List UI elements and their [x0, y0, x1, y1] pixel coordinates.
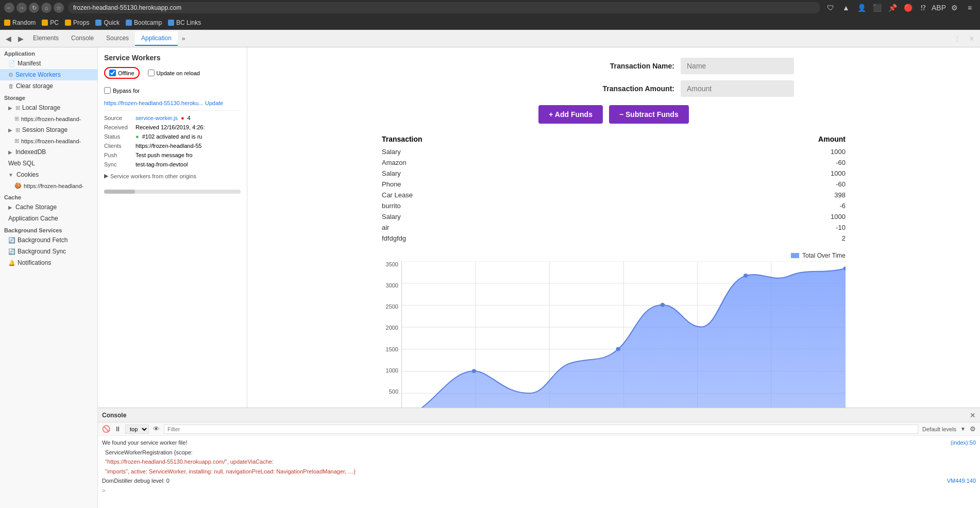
console-line-2: ServiceWorkerRegistration {scope:: [102, 448, 976, 458]
sidebar-item-manifest[interactable]: 📄 Manifest: [0, 58, 97, 69]
console-clear-icon[interactable]: 🚫: [102, 425, 110, 433]
update-on-reload-checkbox[interactable]: [148, 70, 155, 76]
console-line-5-text: DomDistiller debug level: 0: [102, 477, 170, 485]
bookmark-props[interactable]: Props: [65, 19, 89, 26]
offline-checkbox[interactable]: [109, 70, 116, 76]
chart-y-axis: 3500 3000 2500 2000 1500 1000 500 0: [382, 261, 401, 408]
tab-more[interactable]: »: [178, 32, 190, 45]
extension-icon-5[interactable]: ⁉: [917, 2, 930, 14]
devtools-nav-forward[interactable]: ▶: [14, 32, 27, 45]
sw-update-link[interactable]: Update: [205, 100, 223, 106]
bookmark-quick[interactable]: Quick: [95, 19, 120, 26]
transaction-name-cell: Phone: [382, 179, 659, 190]
bookmark-bc-links[interactable]: BC Links: [168, 19, 201, 26]
adblock-icon[interactable]: ABP: [933, 2, 945, 14]
sw-scroll-thumb[interactable]: [104, 190, 135, 194]
console-context-selector[interactable]: top: [125, 425, 149, 434]
console-close-button[interactable]: ✕: [970, 411, 976, 419]
console-line-5-row: DomDistiller debug level: 0 VM449:140: [102, 477, 976, 485]
session-storage-icon: ⊞: [15, 127, 20, 133]
devtools-more-icon[interactable]: ⋮: [951, 32, 964, 45]
chart-container: [401, 261, 846, 408]
sw-other-origins[interactable]: ▶ Service workers from other origins: [104, 173, 241, 179]
bookmark-button[interactable]: ☆: [54, 3, 64, 13]
forward-button[interactable]: →: [16, 3, 27, 13]
brave-shield-icon[interactable]: 🛡: [824, 2, 837, 14]
transaction-amount-cell: -6: [659, 200, 846, 211]
console-pause-icon[interactable]: ⏸: [114, 425, 121, 433]
devtools-nav-back[interactable]: ◀: [2, 32, 14, 45]
offline-checkbox-label[interactable]: Offline: [104, 67, 140, 79]
bookmark-props-label: Props: [73, 19, 89, 26]
sidebar-item-cookies-origin-label: https://frozen-headland-: [24, 183, 83, 189]
bookmark-random[interactable]: Random: [4, 19, 36, 26]
bookmark-bootcamp-label: Bootcamp: [134, 19, 162, 26]
refresh-button[interactable]: ↻: [29, 3, 39, 13]
tab-sources[interactable]: Sources: [100, 31, 135, 46]
home-button[interactable]: ⌂: [41, 3, 52, 13]
extension-icon-4[interactable]: 🔴: [902, 2, 914, 14]
name-input[interactable]: [681, 58, 794, 74]
update-on-reload-label[interactable]: Update on reload: [148, 70, 200, 76]
tab-application[interactable]: Application: [135, 31, 178, 46]
brave-rewards-icon[interactable]: ▲: [840, 2, 852, 14]
subtract-funds-button[interactable]: − Subtract Funds: [609, 105, 689, 124]
sidebar-item-indexeddb[interactable]: ▶ IndexedDB: [0, 146, 97, 158]
sidebar-item-session-storage-origin[interactable]: ⊞ https://frozen-headland-: [0, 136, 97, 146]
back-button[interactable]: ←: [4, 3, 14, 13]
sidebar-item-session-storage-label: Session Storage: [22, 126, 67, 133]
extension-icon-1[interactable]: 👤: [855, 2, 868, 14]
sidebar-item-web-sql[interactable]: Web SQL: [0, 158, 97, 169]
tab-console[interactable]: Console: [65, 31, 100, 46]
devtools-close-icon[interactable]: ✕: [966, 32, 978, 45]
sidebar-item-local-storage-origin[interactable]: ⊞ https://frozen-headland-: [0, 113, 97, 124]
sidebar-item-local-storage[interactable]: ▶ ⊞ Local Storage: [0, 102, 97, 113]
bypass-for-checkbox[interactable]: [104, 87, 111, 94]
sw-clients-value: https://frozen-headland-55: [136, 143, 201, 149]
sidebar-item-manifest-label: Manifest: [18, 60, 41, 67]
sidebar-item-cookies-origin[interactable]: 🍪 https://frozen-headland-: [0, 180, 97, 191]
bypass-for-label[interactable]: Bypass for: [104, 87, 140, 94]
settings-gear-icon[interactable]: ⚙: [948, 2, 960, 14]
console-line-1-link[interactable]: (index):50: [951, 438, 976, 447]
menu-icon[interactable]: ≡: [964, 2, 976, 14]
devtools-main-panel: Service Workers Offline Update on reload: [98, 47, 980, 508]
offline-label-text: Offline: [118, 70, 134, 76]
sw-push-field: Push Test push message fro: [104, 152, 241, 158]
sidebar-item-bg-sync[interactable]: 🔄 Background Sync: [0, 246, 97, 257]
sidebar-item-notifications[interactable]: 🔔 Notifications: [0, 257, 97, 268]
notifications-icon: 🔔: [8, 260, 15, 266]
console-prompt-icon: >: [102, 487, 105, 494]
sidebar-item-clear-storage[interactable]: 🗑 Clear storage: [0, 80, 97, 92]
tab-elements[interactable]: Elements: [27, 31, 65, 46]
add-funds-button[interactable]: + Add Funds: [538, 105, 603, 124]
extension-icon-2[interactable]: ⬛: [871, 2, 883, 14]
sw-received-value: Received 12/16/2019, 4:26:: [136, 124, 205, 130]
chart-dot-1: [472, 369, 477, 373]
amount-input[interactable]: [681, 80, 794, 97]
sw-status-value: #102 activated and is ru: [142, 133, 202, 140]
sw-source-link[interactable]: service-worker.js: [136, 115, 178, 121]
console-levels-chevron-icon[interactable]: ▼: [960, 426, 966, 432]
console-settings-icon[interactable]: ⚙: [970, 425, 976, 433]
sidebar-item-cache-storage[interactable]: ▶ Cache Storage: [0, 201, 97, 213]
col-amount-header: Amount: [659, 132, 846, 146]
sidebar-item-app-cache[interactable]: Application Cache: [0, 213, 97, 224]
console-filter-input[interactable]: [164, 425, 918, 434]
sidebar-section-background-services: Background Services: [0, 224, 97, 234]
console-line-5-link[interactable]: VM449:140: [947, 477, 976, 485]
bookmark-bootcamp[interactable]: Bootcamp: [126, 19, 162, 26]
clear-storage-icon: 🗑: [8, 83, 14, 89]
sw-clients-label: Clients: [104, 143, 132, 149]
sidebar-item-session-storage[interactable]: ▶ ⊞ Session Storage: [0, 124, 97, 136]
console-eye-icon[interactable]: 👁: [153, 425, 160, 433]
sidebar-item-bg-fetch[interactable]: 🔄 Background Fetch: [0, 234, 97, 246]
bookmark-pc[interactable]: PC: [42, 19, 59, 26]
sidebar-item-service-workers[interactable]: ⚙ Service Workers: [0, 69, 97, 80]
extension-icon-3[interactable]: 📌: [886, 2, 899, 14]
console-default-levels[interactable]: Default levels: [922, 426, 956, 432]
bookmark-props-icon: [65, 20, 71, 26]
address-bar[interactable]: frozen-headland-55130.herokuapp.com: [68, 2, 820, 13]
sidebar-item-cookies[interactable]: ▼ Cookies: [0, 169, 97, 180]
sw-sync-field: Sync test-tag-from-devtool: [104, 161, 241, 167]
